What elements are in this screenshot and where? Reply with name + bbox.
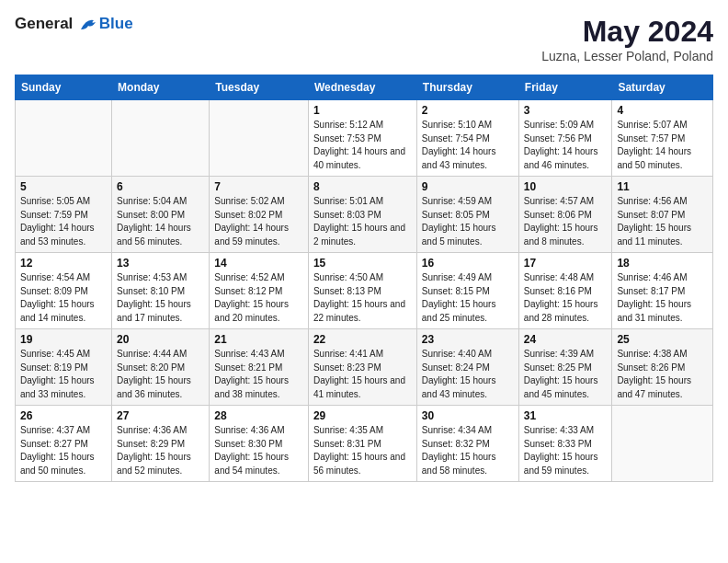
page-header: General Blue May 2024 Luzna, Lesser Pola…: [15, 15, 713, 63]
day-number: 3: [524, 104, 608, 117]
calendar-cell: 9Sunrise: 4:59 AMSunset: 8:05 PMDaylight…: [416, 177, 518, 253]
calendar-cell: 14Sunrise: 4:52 AMSunset: 8:12 PMDayligh…: [210, 253, 309, 329]
calendar-cell: 18Sunrise: 4:46 AMSunset: 8:17 PMDayligh…: [612, 253, 713, 329]
day-number: 16: [422, 257, 514, 270]
calendar-cell: 12Sunrise: 4:54 AMSunset: 8:09 PMDayligh…: [16, 253, 112, 329]
calendar-cell: 19Sunrise: 4:45 AMSunset: 8:19 PMDayligh…: [16, 329, 112, 406]
calendar-cell: [112, 100, 210, 177]
logo-general: General: [15, 15, 73, 32]
col-thursday: Thursday: [416, 75, 518, 100]
calendar-cell: 13Sunrise: 4:53 AMSunset: 8:10 PMDayligh…: [112, 253, 210, 329]
calendar-cell: 5Sunrise: 5:05 AMSunset: 7:59 PMDaylight…: [16, 177, 112, 253]
col-friday: Friday: [518, 75, 612, 100]
header-row: Sunday Monday Tuesday Wednesday Thursday…: [16, 75, 713, 100]
calendar-cell: 3Sunrise: 5:09 AMSunset: 7:56 PMDaylight…: [518, 100, 612, 177]
calendar-cell: [210, 100, 309, 177]
day-info: Sunrise: 4:37 AMSunset: 8:27 PMDaylight:…: [20, 424, 107, 477]
day-number: 7: [214, 180, 303, 193]
day-number: 10: [524, 180, 608, 193]
day-info: Sunrise: 4:38 AMSunset: 8:26 PMDaylight:…: [617, 348, 708, 401]
day-number: 13: [117, 257, 204, 270]
calendar-week-2: 5Sunrise: 5:05 AMSunset: 7:59 PMDaylight…: [16, 177, 713, 253]
day-info: Sunrise: 4:34 AMSunset: 8:32 PMDaylight:…: [422, 424, 514, 477]
day-info: Sunrise: 4:56 AMSunset: 8:07 PMDaylight:…: [617, 195, 708, 248]
calendar-cell: 16Sunrise: 4:49 AMSunset: 8:15 PMDayligh…: [416, 253, 518, 329]
day-number: 14: [214, 257, 303, 270]
calendar-cell: 25Sunrise: 4:38 AMSunset: 8:26 PMDayligh…: [612, 329, 713, 406]
day-info: Sunrise: 4:54 AMSunset: 8:09 PMDaylight:…: [20, 271, 107, 325]
calendar-cell: 17Sunrise: 4:48 AMSunset: 8:16 PMDayligh…: [518, 253, 612, 329]
day-number: 28: [214, 409, 303, 422]
calendar-cell: 30Sunrise: 4:34 AMSunset: 8:32 PMDayligh…: [416, 406, 518, 482]
logo: General Blue: [15, 15, 133, 33]
day-info: Sunrise: 4:35 AMSunset: 8:31 PMDaylight:…: [313, 424, 412, 477]
calendar-cell: 4Sunrise: 5:07 AMSunset: 7:57 PMDaylight…: [612, 100, 713, 177]
calendar-cell: 26Sunrise: 4:37 AMSunset: 8:27 PMDayligh…: [16, 406, 112, 482]
day-info: Sunrise: 4:45 AMSunset: 8:19 PMDaylight:…: [20, 348, 107, 401]
day-number: 24: [524, 333, 608, 346]
col-tuesday: Tuesday: [210, 75, 309, 100]
day-number: 9: [422, 180, 514, 193]
logo-blue: Blue: [99, 15, 133, 33]
calendar-cell: 10Sunrise: 4:57 AMSunset: 8:06 PMDayligh…: [518, 177, 612, 253]
day-info: Sunrise: 4:39 AMSunset: 8:25 PMDaylight:…: [524, 348, 608, 401]
col-saturday: Saturday: [612, 75, 713, 100]
calendar-cell: 8Sunrise: 5:01 AMSunset: 8:03 PMDaylight…: [308, 177, 416, 253]
day-number: 12: [20, 257, 107, 270]
calendar-cell: 15Sunrise: 4:50 AMSunset: 8:13 PMDayligh…: [308, 253, 416, 329]
calendar-subtitle: Luzna, Lesser Poland, Poland: [541, 49, 713, 63]
day-info: Sunrise: 4:53 AMSunset: 8:10 PMDaylight:…: [117, 271, 204, 325]
day-info: Sunrise: 5:05 AMSunset: 7:59 PMDaylight:…: [20, 195, 107, 248]
calendar-cell: 11Sunrise: 4:56 AMSunset: 8:07 PMDayligh…: [612, 177, 713, 253]
day-number: 18: [617, 257, 708, 270]
day-number: 22: [313, 333, 412, 346]
day-number: 2: [422, 104, 514, 117]
day-info: Sunrise: 4:59 AMSunset: 8:05 PMDaylight:…: [422, 195, 514, 248]
day-number: 5: [20, 180, 107, 193]
day-number: 21: [214, 333, 303, 346]
calendar-cell: 29Sunrise: 4:35 AMSunset: 8:31 PMDayligh…: [308, 406, 416, 482]
day-info: Sunrise: 4:43 AMSunset: 8:21 PMDaylight:…: [214, 348, 303, 401]
calendar-cell: 7Sunrise: 5:02 AMSunset: 8:02 PMDaylight…: [210, 177, 309, 253]
calendar-week-3: 12Sunrise: 4:54 AMSunset: 8:09 PMDayligh…: [16, 253, 713, 329]
day-number: 1: [313, 104, 412, 117]
calendar-cell: 20Sunrise: 4:44 AMSunset: 8:20 PMDayligh…: [112, 329, 210, 406]
day-info: Sunrise: 4:40 AMSunset: 8:24 PMDaylight:…: [422, 348, 514, 401]
calendar-cell: 1Sunrise: 5:12 AMSunset: 7:53 PMDaylight…: [308, 100, 416, 177]
day-info: Sunrise: 4:57 AMSunset: 8:06 PMDaylight:…: [524, 195, 608, 248]
calendar-cell: 27Sunrise: 4:36 AMSunset: 8:29 PMDayligh…: [112, 406, 210, 482]
calendar-cell: 6Sunrise: 5:04 AMSunset: 8:00 PMDaylight…: [112, 177, 210, 253]
day-info: Sunrise: 4:50 AMSunset: 8:13 PMDaylight:…: [313, 271, 412, 325]
day-info: Sunrise: 4:36 AMSunset: 8:30 PMDaylight:…: [214, 424, 303, 477]
day-number: 31: [524, 409, 608, 422]
day-number: 27: [117, 409, 204, 422]
day-number: 26: [20, 409, 107, 422]
calendar-cell: [612, 406, 713, 482]
day-number: 29: [313, 409, 412, 422]
calendar-week-1: 1Sunrise: 5:12 AMSunset: 7:53 PMDaylight…: [16, 100, 713, 177]
calendar-cell: 2Sunrise: 5:10 AMSunset: 7:54 PMDaylight…: [416, 100, 518, 177]
day-number: 20: [117, 333, 204, 346]
day-info: Sunrise: 4:36 AMSunset: 8:29 PMDaylight:…: [117, 424, 204, 477]
calendar-cell: 21Sunrise: 4:43 AMSunset: 8:21 PMDayligh…: [210, 329, 309, 406]
col-sunday: Sunday: [16, 75, 112, 100]
col-monday: Monday: [112, 75, 210, 100]
calendar-cell: 31Sunrise: 4:33 AMSunset: 8:33 PMDayligh…: [518, 406, 612, 482]
day-number: 17: [524, 257, 608, 270]
day-info: Sunrise: 4:46 AMSunset: 8:17 PMDaylight:…: [617, 271, 708, 325]
day-number: 19: [20, 333, 107, 346]
day-info: Sunrise: 4:44 AMSunset: 8:20 PMDaylight:…: [117, 348, 204, 401]
day-info: Sunrise: 4:41 AMSunset: 8:23 PMDaylight:…: [313, 348, 412, 401]
day-info: Sunrise: 5:10 AMSunset: 7:54 PMDaylight:…: [422, 119, 514, 172]
day-info: Sunrise: 4:33 AMSunset: 8:33 PMDaylight:…: [524, 424, 608, 477]
calendar-cell: 23Sunrise: 4:40 AMSunset: 8:24 PMDayligh…: [416, 329, 518, 406]
day-info: Sunrise: 4:52 AMSunset: 8:12 PMDaylight:…: [214, 271, 303, 325]
calendar-cell: [16, 100, 112, 177]
day-number: 15: [313, 257, 412, 270]
day-info: Sunrise: 5:01 AMSunset: 8:03 PMDaylight:…: [313, 195, 412, 248]
calendar-week-5: 26Sunrise: 4:37 AMSunset: 8:27 PMDayligh…: [16, 406, 713, 482]
calendar-week-4: 19Sunrise: 4:45 AMSunset: 8:19 PMDayligh…: [16, 329, 713, 406]
calendar-cell: 28Sunrise: 4:36 AMSunset: 8:30 PMDayligh…: [210, 406, 309, 482]
logo-bird-icon: [79, 17, 99, 33]
calendar-cell: 24Sunrise: 4:39 AMSunset: 8:25 PMDayligh…: [518, 329, 612, 406]
